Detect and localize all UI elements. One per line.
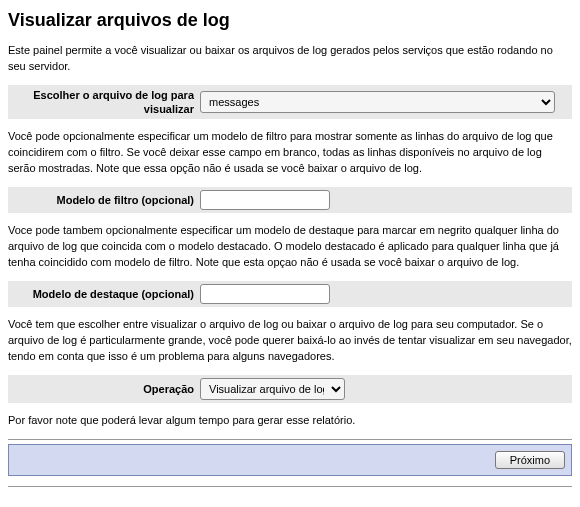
button-bar: Próximo <box>8 444 572 476</box>
operation-description: Você tem que escolher entre visualizar o… <box>8 317 572 365</box>
filter-label: Modelo de filtro (opcional) <box>8 193 200 207</box>
highlight-description: Voce pode tambem opcionalmente especific… <box>8 223 572 271</box>
highlight-label: Modelo de destaque (opcional) <box>8 287 200 301</box>
filter-input[interactable] <box>200 190 330 210</box>
operation-row: Operação Visualizar arquivo de log <box>8 375 572 403</box>
footer-note: Por favor note que poderá levar algum te… <box>8 413 572 429</box>
divider <box>8 439 572 440</box>
highlight-input[interactable] <box>200 284 330 304</box>
divider-bottom <box>8 486 572 487</box>
operation-select[interactable]: Visualizar arquivo de log <box>200 378 345 400</box>
logfile-label: Escolher o arquivo de log para visualiza… <box>8 88 200 117</box>
filter-description: Você pode opcionalmente especificar um m… <box>8 129 572 177</box>
logfile-row: Escolher o arquivo de log para visualiza… <box>8 85 572 120</box>
operation-label: Operação <box>8 382 200 396</box>
page-title: Visualizar arquivos de log <box>8 10 572 31</box>
next-button[interactable]: Próximo <box>495 451 565 469</box>
filter-row: Modelo de filtro (opcional) <box>8 187 572 213</box>
highlight-row: Modelo de destaque (opcional) <box>8 281 572 307</box>
intro-text: Este painel permite a você visualizar ou… <box>8 43 572 75</box>
logfile-select[interactable]: messages <box>200 91 555 113</box>
